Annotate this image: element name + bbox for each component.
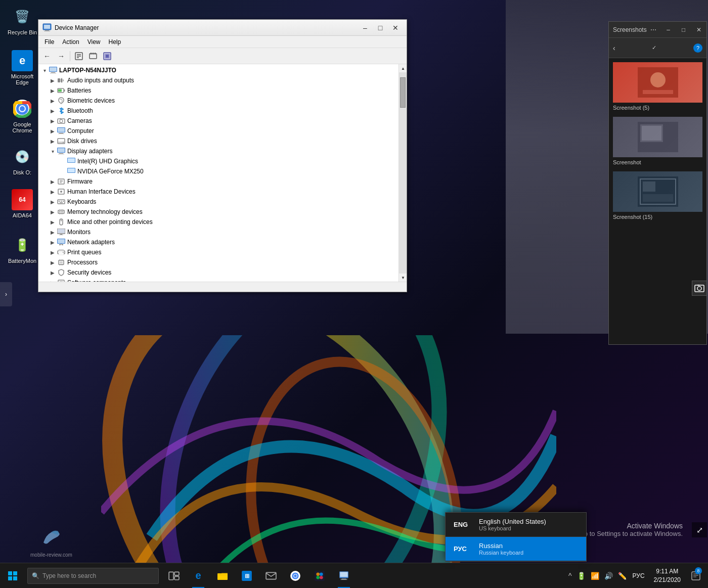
desktop: 🗑️ Recycle Bin e Microsoft Edge Google C…: [0, 0, 708, 588]
sidebar-expand-button[interactable]: ›: [0, 282, 12, 306]
bluetooth-expander[interactable]: ▶: [49, 107, 57, 115]
tree-item-processors[interactable]: ▶ Processors: [38, 257, 399, 267]
tree-item-biometric[interactable]: ▶ Biometric devices: [38, 96, 399, 106]
network-expander[interactable]: ▶: [49, 238, 57, 246]
photos-nav-back[interactable]: ‹: [613, 44, 615, 52]
disk-expander[interactable]: ▶: [49, 137, 57, 145]
tree-item-network[interactable]: ▶ Network adapters: [38, 237, 399, 247]
batteries-expander[interactable]: ▶: [49, 86, 57, 95]
scroll-up-arrow[interactable]: ▲: [399, 64, 407, 72]
desktop-icon-aida64[interactable]: 64 AIDA64: [4, 187, 40, 220]
screenshot-5-thumb[interactable]: [613, 62, 702, 103]
desktop-icon-recycle-bin[interactable]: 🗑️ Recycle Bin: [4, 4, 40, 37]
tree-item-nvidia[interactable]: NVIDIA GeForce MX250: [38, 166, 399, 176]
monitors-expander[interactable]: ▶: [49, 228, 57, 236]
edge-taskbar-button[interactable]: e: [187, 563, 209, 589]
biometric-expander[interactable]: ▶: [49, 97, 57, 105]
pen-tray-icon[interactable]: ✏️: [617, 572, 628, 580]
tree-item-software-components[interactable]: ▶ Software components: [38, 278, 399, 282]
minimize-button[interactable]: –: [358, 22, 372, 34]
cameras-expander[interactable]: ▶: [49, 117, 57, 125]
scrollbar-thumb[interactable]: [400, 77, 406, 108]
menu-view[interactable]: View: [83, 37, 105, 47]
photos-minimize-button[interactable]: –: [662, 24, 675, 36]
processors-expander[interactable]: ▶: [49, 258, 57, 266]
hid-expander[interactable]: ▶: [49, 188, 57, 196]
menu-file[interactable]: File: [40, 37, 58, 47]
lang-item-russian[interactable]: РУС Russian Russian keyboard: [446, 537, 586, 561]
desktop-icon-disk[interactable]: 💿 Disk O:: [4, 144, 40, 177]
language-indicator[interactable]: РУС: [631, 572, 647, 579]
tree-item-computer[interactable]: ▶ Computer: [38, 126, 399, 136]
tree-item-display[interactable]: ▾ Display adapters: [38, 146, 399, 156]
tree-item-audio[interactable]: ▶ Audio inputs and outputs: [38, 75, 399, 85]
start-button[interactable]: [0, 563, 25, 589]
update-driver-button[interactable]: [86, 50, 100, 63]
back-button[interactable]: ←: [40, 50, 54, 63]
device-manager-taskbar-button[interactable]: [333, 563, 355, 589]
tree-item-mice[interactable]: ▶ Mice and other pointing devices: [38, 217, 399, 227]
photos-close-button[interactable]: ✕: [692, 24, 705, 36]
tree-item-hid[interactable]: ▶ Human Interface Devices: [38, 187, 399, 197]
tree-item-intel-gpu[interactable]: Intel(R) UHD Graphics: [38, 156, 399, 166]
device-tree[interactable]: ▾ LAPTOP-N54NJJTO ▶: [38, 64, 399, 282]
tree-item-monitors[interactable]: ▶ Monitors: [38, 227, 399, 237]
taskview-button[interactable]: [163, 563, 185, 589]
photos-maximize-button[interactable]: □: [677, 24, 690, 36]
close-button[interactable]: ✕: [388, 22, 403, 34]
taskbar-search-bar[interactable]: 🔍 Type here to search: [27, 568, 159, 584]
scroll-down-arrow[interactable]: ▼: [399, 274, 407, 282]
wifi-tray-icon[interactable]: 📶: [590, 572, 600, 580]
tree-item-disk[interactable]: ▶ Disk drives: [38, 136, 399, 146]
disk-label: Disk drives: [67, 138, 97, 145]
screenshot-button[interactable]: [692, 281, 707, 296]
forward-button[interactable]: →: [55, 50, 68, 63]
mail-button[interactable]: [260, 563, 282, 589]
memory-expander[interactable]: ▶: [49, 208, 57, 216]
lang-item-english[interactable]: ENG English (United States) US keyboard: [446, 513, 586, 537]
menu-help[interactable]: Help: [105, 37, 125, 47]
computer-expander[interactable]: ▶: [49, 127, 57, 135]
volume-tray-icon[interactable]: 🔊: [603, 572, 614, 580]
root-expander[interactable]: ▾: [40, 66, 49, 74]
security-expander[interactable]: ▶: [49, 268, 57, 277]
mice-expander[interactable]: ▶: [49, 218, 57, 226]
store-button[interactable]: ⊞: [236, 563, 258, 589]
display-expander[interactable]: ▾: [49, 147, 57, 155]
desktop-icon-chrome[interactable]: Google Chrome: [4, 96, 40, 135]
tree-item-firmware[interactable]: ▶ Firmware: [38, 176, 399, 187]
tree-item-security[interactable]: ▶ Security devices: [38, 267, 399, 278]
properties-button[interactable]: [72, 50, 85, 63]
desktop-icon-edge[interactable]: e Microsoft Edge: [4, 48, 40, 87]
tree-item-batteries[interactable]: ▶ Batteries: [38, 85, 399, 96]
notification-center-button[interactable]: 8: [688, 563, 704, 589]
tree-item-memory-tech[interactable]: ▶: [38, 207, 399, 217]
battery-tray-icon[interactable]: 🔋: [576, 572, 587, 580]
scrollbar-track[interactable]: [399, 72, 407, 274]
audio-expander[interactable]: ▶: [49, 76, 57, 84]
tree-item-print[interactable]: ▶ Print queues: [38, 247, 399, 257]
desktop-icon-batterymon[interactable]: 🔋 BatteryMon: [4, 233, 40, 266]
language-popup[interactable]: ENG English (United States) US keyboard …: [445, 512, 587, 562]
photos-taskbar-button[interactable]: [308, 563, 331, 589]
keyboards-expander[interactable]: ▶: [49, 198, 57, 206]
firmware-expander[interactable]: ▶: [49, 177, 57, 186]
systray-chevron[interactable]: ^: [567, 572, 573, 580]
file-explorer-button[interactable]: [211, 563, 234, 589]
taskbar-clock[interactable]: 9:11 AM 2/21/2020: [650, 567, 685, 584]
maximize-button[interactable]: □: [373, 22, 387, 34]
tree-item-cameras[interactable]: ▶ Cameras: [38, 116, 399, 126]
chrome-taskbar-button[interactable]: [284, 563, 306, 589]
screenshot-15-thumb[interactable]: [613, 171, 702, 212]
scan-button[interactable]: [101, 50, 114, 63]
print-expander[interactable]: ▶: [49, 248, 57, 256]
expand-photos-button[interactable]: ⤢: [692, 522, 707, 537]
menu-action[interactable]: Action: [58, 37, 83, 47]
screenshot-thumb[interactable]: [613, 117, 702, 157]
tree-scrollbar[interactable]: ▲ ▼: [399, 64, 407, 282]
tree-root[interactable]: ▾ LAPTOP-N54NJJTO: [38, 65, 399, 75]
photos-more-button[interactable]: ⋯: [647, 24, 660, 36]
tree-item-keyboards[interactable]: ▶ Keyboards: [38, 197, 399, 207]
photos-help-icon[interactable]: ?: [693, 43, 702, 53]
tree-item-bluetooth[interactable]: ▶ Bluetooth: [38, 106, 399, 116]
